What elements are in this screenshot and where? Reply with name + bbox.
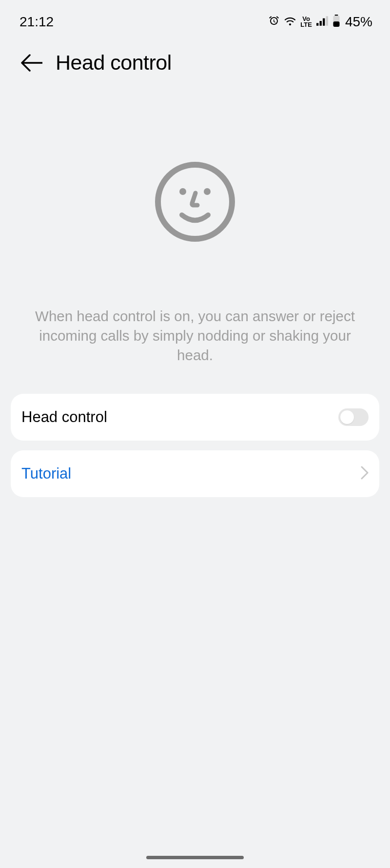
svg-rect-2 [323,19,325,26]
chevron-right-icon [361,466,369,482]
home-indicator[interactable] [146,856,244,859]
volte-icon: Vo LTE [300,16,312,27]
tutorial-row[interactable]: Tutorial [11,450,379,497]
svg-rect-4 [335,15,338,16]
signal-icon [316,16,329,28]
head-control-row[interactable]: Head control [11,394,379,441]
status-time: 21:12 [20,14,54,30]
smiley-face-icon [155,161,235,242]
svg-rect-6 [333,21,339,27]
status-indicators: Vo LTE 45% [268,14,372,30]
svg-rect-0 [316,23,318,25]
svg-point-7 [158,165,232,239]
svg-point-8 [179,188,186,195]
back-button[interactable] [20,52,43,74]
wifi-icon [284,16,296,28]
page-header: Head control [0,30,390,75]
arrow-left-icon [21,54,42,72]
page-title: Head control [56,51,172,75]
head-control-label: Head control [21,408,107,426]
head-control-toggle[interactable] [338,408,369,426]
status-bar: 21:12 Vo LTE 45% [0,0,390,30]
svg-point-9 [204,188,211,195]
tutorial-label: Tutorial [21,465,71,482]
battery-text: 45% [345,14,372,30]
head-control-card: Head control [11,394,379,441]
svg-rect-1 [320,21,322,26]
battery-icon [332,15,340,29]
face-illustration [0,161,390,242]
tutorial-card: Tutorial [11,450,379,497]
toggle-knob [340,410,354,424]
svg-rect-3 [326,16,328,26]
feature-description: When head control is on, you can answer … [0,307,390,365]
alarm-icon [268,15,280,29]
